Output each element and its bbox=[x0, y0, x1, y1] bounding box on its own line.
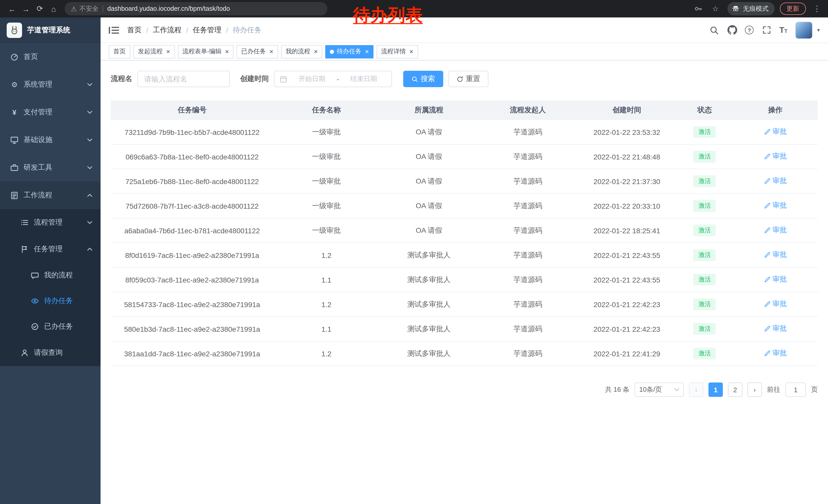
check-circle-icon bbox=[31, 322, 39, 331]
chevron-down-icon bbox=[87, 138, 92, 141]
sidebar-item-system[interactable]: ⚙ 系统管理 bbox=[0, 71, 100, 98]
tab-todo-tasks[interactable]: 待办任务 × bbox=[326, 45, 373, 58]
process-name-input[interactable] bbox=[137, 71, 230, 87]
prev-page-button[interactable]: ‹ bbox=[689, 382, 703, 397]
briefcase-icon bbox=[10, 164, 18, 172]
sidebar-item-todo-tasks[interactable]: 待办任务 bbox=[0, 288, 100, 314]
search-icon[interactable] bbox=[709, 25, 719, 35]
cell-created: 2022-01-22 18:25:41 bbox=[577, 226, 676, 235]
table-row: 725a1eb6-7b88-11ec-8ef0-acde48001122 一级审… bbox=[111, 169, 818, 194]
search-button[interactable]: 搜索 bbox=[403, 71, 443, 87]
breadcrumb-current: 待办任务 bbox=[233, 26, 261, 35]
sidebar-item-my-process[interactable]: 我的流程 bbox=[0, 263, 100, 288]
cell-task-name: 一级审批 bbox=[274, 127, 379, 137]
sidebar-item-leave-query[interactable]: 请假查询 bbox=[0, 339, 100, 366]
cell-task-id: 069c6a63-7b8a-11ec-8ef0-acde48001122 bbox=[111, 152, 274, 161]
sidebar-item-workflow[interactable]: 工作流程 bbox=[0, 182, 100, 209]
tab-start-process[interactable]: 发起流程 × bbox=[133, 45, 175, 58]
font-size-icon[interactable]: TT bbox=[779, 26, 787, 34]
edit-icon bbox=[764, 153, 771, 160]
sidebar-item-infrastructure[interactable]: 基础设施 bbox=[0, 126, 100, 154]
close-icon[interactable]: × bbox=[166, 48, 170, 55]
sidebar-collapse-icon[interactable] bbox=[109, 26, 119, 35]
approve-link[interactable]: 审批 bbox=[764, 201, 787, 211]
cell-initiator: 芋道源码 bbox=[479, 127, 577, 137]
header-process: 所属流程 bbox=[379, 106, 479, 115]
chevron-up-icon bbox=[87, 248, 92, 251]
fullscreen-icon[interactable] bbox=[761, 25, 772, 35]
page-size-select[interactable]: 10条/页 bbox=[634, 382, 684, 397]
close-icon[interactable]: × bbox=[269, 48, 273, 55]
sidebar-item-home[interactable]: 首页 bbox=[0, 43, 100, 71]
help-icon[interactable]: ? bbox=[745, 26, 754, 34]
browser-forward-button[interactable]: → bbox=[19, 2, 33, 16]
cell-created: 2022-01-21 22:42:23 bbox=[577, 325, 676, 333]
address-bar[interactable]: ⚠ 不安全 dashboard.yudao.iocoder.cn/bpm/tas… bbox=[65, 2, 327, 15]
approve-link[interactable]: 审批 bbox=[764, 152, 787, 161]
breadcrumb-task-management[interactable]: 任务管理 bbox=[193, 26, 222, 35]
breadcrumb: 首页 / 工作流程 / 任务管理 / 待办任务 bbox=[127, 26, 261, 35]
goto-page-input[interactable] bbox=[785, 382, 806, 397]
header-created: 创建时间 bbox=[577, 106, 676, 115]
app-window: 芋道管理系统 首页 ⚙ 系统管理 ¥ 支付管理 基础设施 bbox=[0, 17, 828, 504]
cell-initiator: 芋道源码 bbox=[479, 349, 577, 358]
todo-task-table: 任务编号 任务名称 所属流程 流程发起人 创建时间 状态 操作 73211d9d… bbox=[111, 100, 818, 366]
browser-back-button[interactable]: ← bbox=[5, 2, 19, 16]
tab-done-tasks[interactable]: 已办任务 × bbox=[237, 45, 278, 58]
breadcrumb-separator: / bbox=[146, 26, 148, 34]
breadcrumb-home[interactable]: 首页 bbox=[127, 26, 141, 35]
chevron-down-icon bbox=[87, 221, 92, 224]
approve-link[interactable]: 审批 bbox=[764, 177, 787, 186]
tab-form-edit[interactable]: 流程表单-编辑 × bbox=[178, 45, 234, 58]
cell-created: 2022-01-22 21:37:30 bbox=[577, 177, 676, 185]
tab-process-detail[interactable]: 流程详情 × bbox=[377, 45, 418, 58]
sidebar-item-devtools[interactable]: 研发工具 bbox=[0, 154, 100, 182]
breadcrumb-workflow[interactable]: 工作流程 bbox=[153, 26, 181, 35]
sidebar-item-process-management[interactable]: 流程管理 bbox=[0, 209, 100, 236]
browser-reload-button[interactable]: ⟳ bbox=[33, 2, 47, 16]
monitor-icon bbox=[10, 136, 18, 144]
range-separator: - bbox=[337, 75, 339, 83]
incognito-label: 无痕模式 bbox=[743, 4, 769, 13]
bookmark-star-icon[interactable]: ☆ bbox=[708, 2, 722, 16]
cell-task-id: 58154733-7ac8-11ec-a9e2-a2380e71991a bbox=[111, 300, 274, 308]
github-icon[interactable] bbox=[727, 25, 737, 35]
date-range-picker[interactable]: 开始日期 - 结束日期 bbox=[274, 71, 392, 87]
close-icon[interactable]: × bbox=[225, 48, 229, 55]
tab-my-process[interactable]: 我的流程 × bbox=[281, 45, 322, 58]
app-logo-row[interactable]: 芋道管理系统 bbox=[0, 17, 100, 43]
reset-button[interactable]: 重置 bbox=[448, 71, 488, 87]
tab-home[interactable]: 首页 bbox=[109, 45, 130, 58]
cell-process: 测试多审批人 bbox=[379, 275, 479, 284]
close-icon[interactable]: × bbox=[365, 48, 369, 55]
status-badge: 激活 bbox=[693, 200, 716, 212]
status-badge: 激活 bbox=[693, 249, 716, 261]
sidebar-item-task-management[interactable]: 任务管理 bbox=[0, 236, 100, 263]
browser-home-button[interactable]: ⌂ bbox=[47, 2, 60, 16]
chevron-down-icon bbox=[87, 166, 92, 169]
status-badge: 激活 bbox=[693, 323, 716, 335]
approve-link[interactable]: 审批 bbox=[764, 250, 787, 260]
cell-task-id: 8f0d1619-7ac8-11ec-a9e2-a2380e71991a bbox=[111, 251, 274, 259]
browser-menu-icon[interactable]: ⋮ bbox=[811, 4, 823, 13]
browser-update-button[interactable]: 更新 bbox=[780, 3, 806, 15]
approve-link[interactable]: 审批 bbox=[764, 324, 787, 333]
avatar-caret-icon[interactable]: ▾ bbox=[817, 27, 820, 33]
next-page-button[interactable]: › bbox=[747, 382, 762, 397]
avatar[interactable] bbox=[795, 21, 813, 39]
sidebar-item-payment[interactable]: ¥ 支付管理 bbox=[0, 98, 100, 126]
close-icon[interactable]: × bbox=[409, 48, 413, 55]
search-icon bbox=[411, 76, 418, 82]
approve-link[interactable]: 审批 bbox=[764, 275, 787, 284]
cell-task-id: 8f059c03-7ac8-11ec-a9e2-a2380e71991a bbox=[111, 276, 274, 284]
sidebar-item-done-tasks[interactable]: 已办任务 bbox=[0, 314, 100, 339]
page-button-2[interactable]: 2 bbox=[728, 382, 742, 397]
approve-link[interactable]: 审批 bbox=[764, 349, 787, 358]
approve-link[interactable]: 审批 bbox=[764, 300, 787, 309]
process-name-label: 流程名 bbox=[111, 74, 132, 84]
password-key-icon[interactable] bbox=[693, 4, 703, 14]
approve-link[interactable]: 审批 bbox=[764, 226, 787, 235]
approve-link[interactable]: 审批 bbox=[764, 127, 787, 137]
close-icon[interactable]: × bbox=[314, 48, 318, 55]
page-button-1[interactable]: 1 bbox=[708, 382, 723, 397]
